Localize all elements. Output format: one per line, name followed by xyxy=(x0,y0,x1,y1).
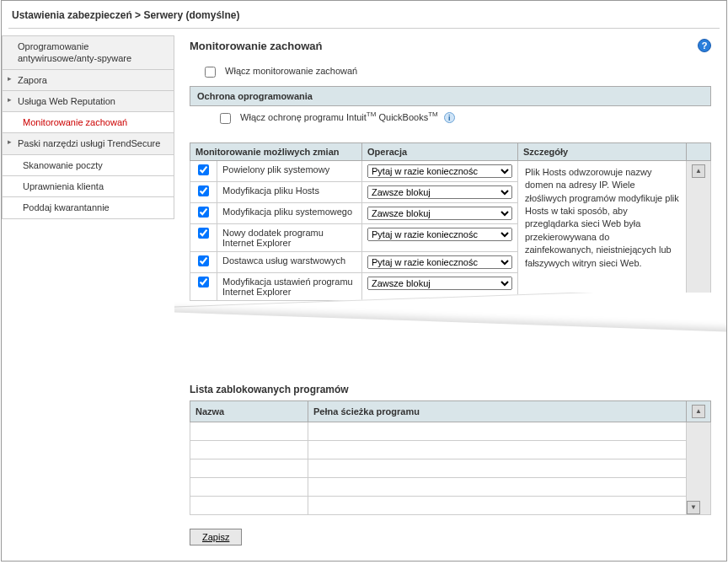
monitor-row-label: Modyfikacja pliku Hosts xyxy=(217,181,362,202)
monitor-row-label: Nowy dodatek programu Internet Explorer xyxy=(217,223,362,251)
software-protection-header: Ochrona oprogramowania xyxy=(190,86,711,106)
monitoring-table: Monitorowanie możliwych zmian Operacja S… xyxy=(190,142,711,301)
scrollbar[interactable]: ▼ xyxy=(687,422,711,514)
scroll-down-icon[interactable]: ▼ xyxy=(687,501,700,514)
enable-quickbooks-checkbox[interactable] xyxy=(220,113,231,124)
monitor-row-checkbox[interactable] xyxy=(198,228,209,239)
monitor-row-checkbox[interactable] xyxy=(198,255,209,266)
table-row xyxy=(190,422,308,440)
changes-header: Monitorowanie możliwych zmian xyxy=(190,142,362,160)
main-panel: Monitorowanie zachowań ? Włącz monitorow… xyxy=(174,29,726,561)
sidebar-item-2[interactable]: Usługa Web Reputation xyxy=(2,91,174,112)
monitor-row-checkbox[interactable] xyxy=(198,207,209,218)
table-row xyxy=(190,477,308,496)
monitor-row-checkbox[interactable] xyxy=(198,164,209,175)
operation-select[interactable]: Pytaj w razie koniecznoścZawsze blokujZa… xyxy=(367,164,512,178)
sidebar-item-6[interactable]: Uprawnienia klienta xyxy=(2,176,174,197)
monitor-row-label: Powielony plik systemowy xyxy=(217,160,362,181)
operation-select[interactable]: Pytaj w razie koniecznoścZawsze blokujZa… xyxy=(367,228,512,241)
save-button[interactable]: Zapisz xyxy=(190,529,242,545)
blocked-name-header: Nazwa xyxy=(190,400,308,422)
details-header: Szczegóły xyxy=(518,142,687,160)
blocked-path-header: Pełna ścieżka programu xyxy=(308,400,687,422)
blocked-programs-title: Lista zablokowanych programów xyxy=(190,384,711,395)
monitor-row-checkbox[interactable] xyxy=(198,277,209,288)
sidebar-item-5[interactable]: Skanowanie poczty xyxy=(2,155,174,176)
page-tear-decoration xyxy=(174,293,726,368)
sidebar: Oprogramowanie antywirusowe/anty-spyware… xyxy=(2,29,174,561)
enable-behavior-checkbox[interactable] xyxy=(205,67,216,78)
operation-select[interactable]: Pytaj w razie koniecznoścZawsze blokujZa… xyxy=(367,277,512,290)
operation-select[interactable]: Pytaj w razie koniecznoścZawsze blokujZa… xyxy=(367,185,512,199)
table-row xyxy=(190,440,308,459)
page-title: Monitorowanie zachowań xyxy=(190,40,322,52)
monitor-row-checkbox[interactable] xyxy=(198,185,209,196)
quickbooks-label: Włącz ochronę programu IntuitTM QuickBoo… xyxy=(240,112,441,122)
enable-behavior-label: Włącz monitorowanie zachowań xyxy=(225,66,357,76)
help-icon[interactable]: ? xyxy=(698,39,711,52)
info-icon[interactable]: i xyxy=(444,112,455,123)
scroll-up-icon[interactable]: ▲ xyxy=(692,164,705,178)
details-text: Plik Hosts odwzorowuje nazwy domen na ad… xyxy=(523,164,681,271)
scroll-up-icon[interactable]: ▲ xyxy=(692,405,705,418)
sidebar-item-3[interactable]: Monitorowanie zachowań xyxy=(2,112,174,133)
sidebar-item-0[interactable]: Oprogramowanie antywirusowe/anty-spyware xyxy=(2,35,174,70)
operation-select[interactable]: Pytaj w razie koniecznoścZawsze blokujZa… xyxy=(367,207,512,220)
monitor-row-label: Dostawca usług warstwowych xyxy=(217,251,362,272)
operation-header: Operacja xyxy=(362,142,518,160)
table-row xyxy=(190,459,308,477)
blocked-programs-table: Nazwa Pełna ścieżka programu ▲ ▼ xyxy=(190,400,711,515)
sidebar-item-1[interactable]: Zapora xyxy=(2,70,174,91)
sidebar-item-7[interactable]: Poddaj kwarantannie xyxy=(2,197,174,218)
operation-select[interactable]: Pytaj w razie koniecznoścZawsze blokujZa… xyxy=(367,255,512,269)
monitor-row-label: Modyfikacja pliku systemowego xyxy=(217,202,362,223)
sidebar-item-4[interactable]: Paski narzędzi usługi TrendSecure xyxy=(2,133,174,154)
table-row xyxy=(190,496,308,514)
scrollbar[interactable]: ▲ xyxy=(687,160,711,300)
breadcrumb: Ustawienia zabezpieczeń > Serwery (domyś… xyxy=(2,1,726,28)
